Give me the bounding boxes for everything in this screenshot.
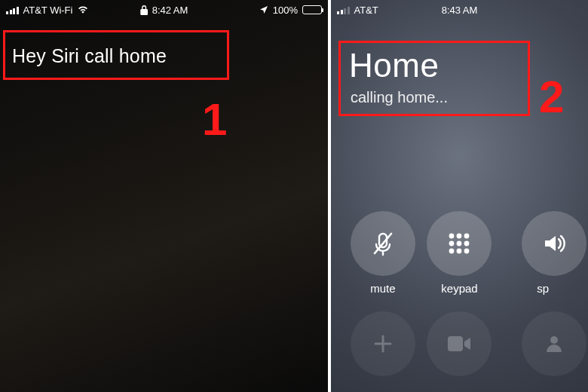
svg-point-7 bbox=[464, 241, 470, 247]
speaker-label: sp bbox=[537, 282, 549, 295]
status-time: 8:42 AM bbox=[152, 5, 188, 16]
speaker-icon bbox=[541, 230, 568, 257]
call-contact-name: Home bbox=[349, 47, 439, 84]
svg-point-5 bbox=[449, 241, 455, 247]
facetime-icon bbox=[446, 334, 473, 354]
annotation-number-1: 1 bbox=[202, 93, 227, 145]
svg-point-4 bbox=[464, 234, 470, 239]
siri-screen: AT&T Wi-Fi 8:42 AM 100% Hey Siri call ho… bbox=[0, 0, 328, 392]
cell-signal-icon bbox=[6, 6, 19, 14]
call-status-text: calling home... bbox=[351, 89, 448, 106]
svg-point-8 bbox=[449, 249, 455, 254]
status-center: 8:42 AM bbox=[140, 5, 188, 16]
location-icon bbox=[259, 5, 268, 14]
battery-pct: 100% bbox=[273, 5, 298, 16]
mute-icon bbox=[369, 229, 397, 258]
svg-point-6 bbox=[457, 241, 462, 247]
keypad-icon bbox=[446, 231, 472, 256]
siri-transcript: Hey Siri call home bbox=[12, 45, 167, 67]
keypad-label: keypad bbox=[441, 282, 477, 295]
contacts-icon bbox=[543, 332, 565, 355]
carrier-label: AT&T Wi-Fi bbox=[23, 5, 73, 16]
svg-point-12 bbox=[550, 336, 558, 344]
status-bar: AT&T 8:43 AM bbox=[331, 0, 588, 20]
mute-label: mute bbox=[370, 282, 395, 295]
lock-icon bbox=[140, 5, 148, 15]
add-call-button[interactable] bbox=[351, 311, 415, 382]
annotation-number-2: 2 bbox=[539, 71, 564, 123]
call-button-grid: mute keypad sp bbox=[331, 211, 588, 382]
carrier-label: AT&T bbox=[354, 5, 378, 16]
facetime-button[interactable] bbox=[427, 311, 492, 382]
wifi-icon bbox=[77, 5, 89, 14]
keypad-button[interactable]: keypad bbox=[427, 211, 492, 295]
add-icon bbox=[370, 331, 396, 357]
svg-point-10 bbox=[464, 249, 470, 254]
cell-signal-icon bbox=[337, 6, 350, 14]
svg-point-3 bbox=[457, 234, 462, 239]
svg-point-2 bbox=[449, 234, 455, 239]
status-time: 8:43 AM bbox=[442, 5, 478, 16]
svg-point-9 bbox=[457, 249, 462, 254]
call-screen: AT&T 8:43 AM Home calling home... 2 mute bbox=[328, 0, 588, 392]
status-bar: AT&T Wi-Fi 8:42 AM 100% bbox=[0, 0, 328, 20]
mute-button[interactable]: mute bbox=[351, 211, 415, 295]
svg-rect-11 bbox=[448, 336, 463, 351]
battery-icon bbox=[302, 5, 322, 14]
contacts-button[interactable] bbox=[522, 311, 586, 382]
speaker-button[interactable]: sp bbox=[522, 211, 586, 295]
